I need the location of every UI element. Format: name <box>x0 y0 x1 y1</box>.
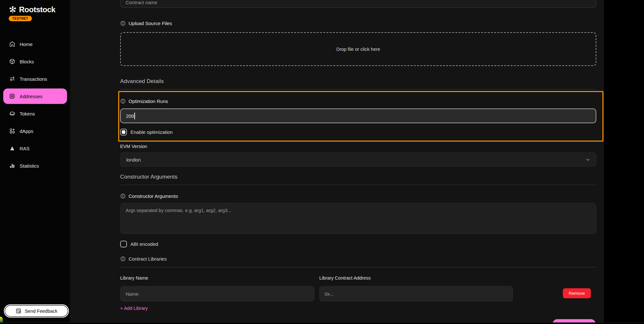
checkbox-icon <box>120 241 127 247</box>
optimization-runs-label: Optimization Runs <box>120 98 168 104</box>
sidebar-item-addresses[interactable]: Addresses <box>3 88 67 104</box>
info-icon[interactable] <box>120 21 126 26</box>
optimization-runs-input[interactable]: 200 <box>120 108 596 123</box>
info-icon[interactable] <box>120 193 126 199</box>
info-icon[interactable] <box>120 256 126 262</box>
rootstock-flower-icon <box>8 5 17 14</box>
sidebar-item-label: dApps <box>20 128 34 134</box>
send-feedback-button[interactable]: Send Feedback <box>4 304 69 318</box>
library-name-label: Library Name <box>120 275 148 281</box>
contact-card-icon <box>9 93 15 99</box>
divider <box>120 267 596 267</box>
file-dropzone[interactable]: Drop file or click here <box>120 32 596 66</box>
triangle-icon <box>9 145 15 152</box>
verify-contract-form: Contract name Upload Source Files Drop f… <box>71 0 604 324</box>
sidebar-item-label: Blocks <box>20 59 34 64</box>
evm-version-select[interactable]: london <box>120 153 596 167</box>
sidebar-item-blocks[interactable]: Blocks <box>0 53 70 70</box>
constructor-arguments-label: Constructor Arguments <box>120 193 178 199</box>
advanced-details-heading: Advanced Details <box>120 78 164 85</box>
sidebar-nav: Home Blocks Transactions <box>0 35 70 174</box>
dropzone-text: Drop file or click here <box>336 47 380 52</box>
bottom-window-edge <box>0 322 644 324</box>
upload-source-files-label: Upload Source Files <box>120 21 172 26</box>
sidebar-item-label: RAS <box>20 146 30 151</box>
divider <box>120 89 596 89</box>
remove-library-button[interactable]: Remove <box>563 288 591 298</box>
cube-icon <box>9 58 15 65</box>
sidebar: Rootstock TESTNET Home Blocks <box>0 0 70 324</box>
grid-plus-icon <box>9 128 15 134</box>
sidebar-item-statistics[interactable]: Statistics <box>0 157 70 174</box>
desktop-corner-accent <box>0 317 3 323</box>
sidebar-item-label: Tokens <box>20 111 35 116</box>
sidebar-item-transactions[interactable]: Transactions <box>0 70 70 88</box>
text-cursor <box>134 113 135 119</box>
contract-name-placeholder: Contract name <box>126 0 157 5</box>
swap-arrows-icon <box>9 76 15 82</box>
home-icon <box>9 41 15 47</box>
app-window: Rootstock TESTNET Home Blocks <box>0 0 644 324</box>
add-library-link[interactable]: + Add Library <box>120 306 148 311</box>
optimization-runs-value: 200 <box>126 113 134 119</box>
sidebar-item-tokens[interactable]: Tokens <box>0 105 70 122</box>
sidebar-item-home[interactable]: Home <box>0 35 70 53</box>
contract-name-input[interactable]: Contract name <box>120 0 596 8</box>
library-contract-address-label: Library Contract Address <box>319 275 371 281</box>
abi-encoded-checkbox[interactable]: ABI encoded <box>120 241 158 247</box>
evm-version-value: london <box>126 157 141 162</box>
brand-name: Rootstock <box>19 5 55 14</box>
chevron-down-icon <box>585 157 590 162</box>
sidebar-item-label: Home <box>20 42 33 47</box>
sidebar-item-dapps[interactable]: dApps <box>0 122 70 140</box>
right-letterbox <box>604 0 644 324</box>
note-pencil-icon <box>15 308 22 314</box>
evm-version-label: EVM Version <box>120 144 147 149</box>
contract-libraries-label: Contract Libraries <box>120 256 167 262</box>
brand-logo[interactable]: Rootstock <box>8 5 55 14</box>
sidebar-item-label: Addresses <box>20 94 43 99</box>
sidebar-item-label: Transactions <box>20 76 47 82</box>
library-address-input[interactable]: 0x... <box>319 286 513 301</box>
constructor-arguments-placeholder: Args separated by commas. e.g. arg1, arg… <box>126 208 231 213</box>
network-badge: TESTNET <box>9 16 32 21</box>
sidebar-item-ras[interactable]: RAS <box>0 140 70 157</box>
constructor-arguments-heading: Constructor Arguments <box>120 174 178 180</box>
sidebar-item-label: Statistics <box>20 163 39 169</box>
coin-icon <box>9 110 15 117</box>
checkbox-icon <box>120 129 127 135</box>
send-feedback-label: Send Feedback <box>25 309 58 314</box>
divider <box>120 185 596 185</box>
library-name-input[interactable]: Name <box>120 286 314 301</box>
constructor-arguments-textarea[interactable]: Args separated by commas. e.g. arg1, arg… <box>120 203 596 234</box>
info-icon[interactable] <box>120 98 126 104</box>
bar-chart-icon <box>9 162 15 169</box>
enable-optimization-checkbox[interactable]: Enable optimization <box>120 129 173 135</box>
